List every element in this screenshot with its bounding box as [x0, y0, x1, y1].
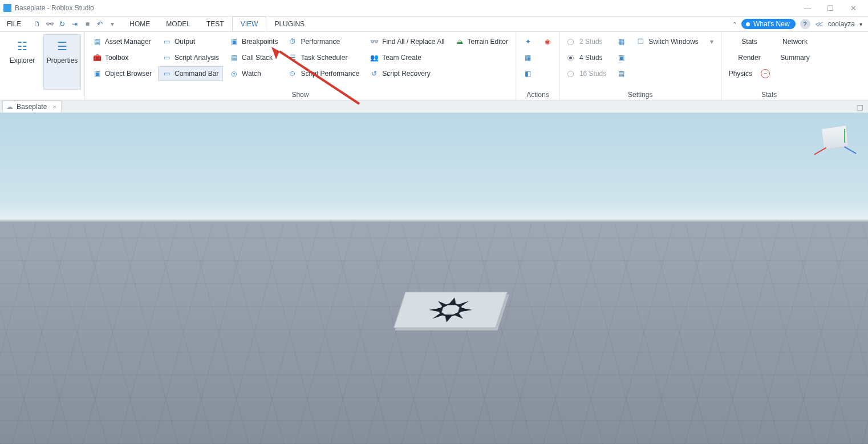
menu-row: FILE 🗋 👓 ↻ ⇥ ■ ↶ ▾ HOME MODEL TEST VIEW …: [0, 16, 868, 32]
settings-grid-button[interactable]: ▦: [613, 34, 630, 49]
tab-home[interactable]: HOME: [121, 17, 158, 31]
script-performance-icon: ⏲: [288, 69, 297, 78]
doc-tab-close-icon[interactable]: ×: [52, 103, 56, 110]
grid-4-studs[interactable]: 4 Studs: [563, 50, 610, 65]
publish-icon[interactable]: ⇥: [70, 19, 79, 29]
grid-icon: ▦: [616, 37, 626, 46]
action-1-button[interactable]: ✦: [520, 34, 537, 49]
object-browser-button[interactable]: ▣Object Browser: [88, 66, 156, 81]
whats-new-dot-icon: [746, 22, 750, 26]
stop-icon[interactable]: ■: [83, 19, 92, 29]
call-stack-icon: ▤: [229, 53, 238, 62]
call-stack-button[interactable]: ▤Call Stack: [225, 50, 282, 65]
username-label[interactable]: coolayza: [828, 20, 855, 28]
asset-manager-button[interactable]: ▤Asset Manager: [88, 34, 156, 49]
user-caret-icon[interactable]: ▾: [859, 21, 862, 27]
find-all-icon: 👓: [370, 37, 379, 46]
radio-icon: [567, 39, 574, 45]
axis-x-icon: [814, 147, 826, 155]
new-icon[interactable]: 🗋: [33, 19, 42, 29]
grid-2-studs[interactable]: 2 Studs: [563, 34, 610, 49]
breakpoints-button[interactable]: ▣Breakpoints: [225, 34, 282, 49]
render-button[interactable]: Render: [725, 50, 774, 65]
grid-16-studs[interactable]: 16 Studs: [563, 66, 610, 81]
baseplate-grid: [0, 222, 868, 444]
action-2-button[interactable]: ▦: [520, 50, 537, 65]
maximize-button[interactable]: ☐: [819, 0, 842, 16]
tab-model[interactable]: MODEL: [158, 17, 198, 31]
team-create-button[interactable]: 👥Team Create: [366, 50, 448, 65]
settings-date-button[interactable]: ▤: [613, 66, 630, 81]
radio-icon: [567, 55, 574, 61]
watch-button[interactable]: ◎Watch: [225, 66, 282, 81]
stats-button[interactable]: Stats: [725, 34, 774, 49]
undo-icon[interactable]: ↶: [95, 19, 104, 29]
settings-group-label: Settings: [563, 90, 717, 99]
object-browser-icon: ▣: [92, 69, 102, 78]
script-analysis-icon: ▭: [162, 53, 171, 62]
quick-access-toolbar: 🗋 👓 ↻ ⇥ ■ ↶ ▾: [28, 19, 121, 29]
open-icon[interactable]: 👓: [45, 19, 54, 29]
watch-icon: ◎: [229, 69, 238, 78]
tab-test[interactable]: TEST: [198, 17, 232, 31]
toolbox-button[interactable]: 🧰Toolbox: [88, 50, 156, 65]
app-icon: [3, 4, 11, 12]
performance-button[interactable]: ⏱Performance: [284, 34, 363, 49]
command-bar-button[interactable]: ▭Command Bar: [158, 66, 223, 81]
settings-ui-button[interactable]: ▣: [613, 50, 630, 65]
action-2-icon: ▦: [524, 53, 533, 62]
document-tabs: ☁ Baseplate × ❐: [0, 100, 868, 113]
terrain-editor-icon: ⛰: [455, 37, 464, 46]
action-3-button[interactable]: ◧: [520, 66, 537, 81]
redo-icon[interactable]: ↻: [58, 19, 67, 29]
summary-button[interactable]: Summary: [776, 50, 813, 65]
collapse-ribbon-icon[interactable]: ⌃: [732, 21, 737, 27]
task-scheduler-button[interactable]: ☰Task Scheduler: [284, 50, 363, 65]
switch-windows-button[interactable]: ❐Switch Windows▾: [632, 34, 717, 49]
toolbox-icon: 🧰: [92, 53, 102, 62]
performance-icon: ⏱: [288, 37, 297, 46]
output-button[interactable]: ▭Output: [158, 34, 223, 49]
properties-label: Properties: [47, 56, 78, 64]
help-button[interactable]: ?: [800, 19, 810, 29]
explorer-button[interactable]: ☷ Explorer: [3, 34, 41, 90]
find-all-button[interactable]: 👓Find All / Replace All: [366, 34, 448, 49]
script-recovery-icon: ↺: [370, 69, 379, 78]
titlebar: Baseplate - Roblox Studio — ☐ ✕: [0, 0, 868, 16]
network-button[interactable]: Network: [776, 34, 813, 49]
properties-button[interactable]: ☰ Properties: [43, 34, 81, 90]
terrain-editor-button[interactable]: ⛰Terrain Editor: [451, 34, 512, 49]
axis-gizmo[interactable]: [812, 123, 858, 163]
clear-stats-icon[interactable]: −: [761, 69, 770, 78]
command-bar-icon: ▭: [162, 69, 171, 78]
spawn-decal-icon: [412, 295, 490, 325]
script-analysis-button[interactable]: ▭Script Analysis: [158, 50, 223, 65]
script-recovery-button[interactable]: ↺Script Recovery: [366, 66, 448, 81]
action-4-button[interactable]: ◉: [539, 34, 556, 49]
window-title: Baseplate - Roblox Studio: [15, 4, 94, 12]
doc-tab-baseplate[interactable]: ☁ Baseplate ×: [2, 100, 62, 112]
file-menu[interactable]: FILE: [0, 17, 28, 31]
ribbon-tabs: HOME MODEL TEST VIEW PLUGINS: [121, 17, 313, 31]
share-icon[interactable]: ≪: [815, 19, 824, 29]
physics-button[interactable]: Physics −: [725, 66, 774, 81]
action-1-icon: ✦: [524, 37, 533, 46]
viewport[interactable]: [0, 113, 868, 444]
close-button[interactable]: ✕: [842, 0, 865, 16]
actions-group-label: Actions: [520, 90, 556, 99]
stats-group-label: Stats: [725, 90, 814, 99]
explorer-label: Explorer: [10, 56, 35, 64]
ribbon: ☷ Explorer ☰ Properties ▤Asset Manager 🧰…: [0, 32, 868, 100]
spawn-location[interactable]: [394, 292, 508, 328]
popout-icon[interactable]: ❐: [854, 104, 866, 112]
script-performance-button[interactable]: ⏲Script Performance: [284, 66, 363, 81]
qa-more-icon[interactable]: ▾: [108, 19, 117, 29]
task-scheduler-icon: ☰: [288, 53, 297, 62]
tab-plugins[interactable]: PLUGINS: [266, 17, 313, 31]
axis-z-icon: [844, 146, 857, 154]
properties-icon: ☰: [54, 38, 70, 54]
action-4-icon: ◉: [543, 37, 552, 46]
whats-new-button[interactable]: What's New: [741, 19, 796, 29]
tab-view[interactable]: VIEW: [232, 17, 267, 31]
minimize-button[interactable]: —: [796, 0, 819, 16]
